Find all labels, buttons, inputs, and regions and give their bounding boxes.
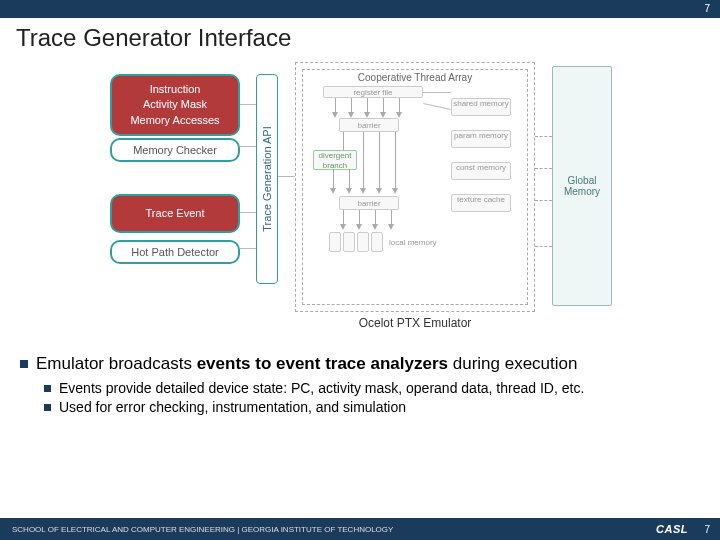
arrow-line bbox=[399, 98, 400, 112]
arrow-line bbox=[395, 132, 396, 188]
dashed-connector bbox=[535, 200, 552, 201]
arrow-line bbox=[335, 98, 336, 112]
texture-cache-box: texture cache bbox=[451, 194, 511, 212]
arrow-down-icon bbox=[392, 188, 398, 194]
page-title: Trace Generator Interface bbox=[0, 18, 720, 56]
connector-line bbox=[240, 248, 256, 249]
bullet-text-bold: events to event trace analyzers bbox=[197, 354, 448, 373]
emulator-frame: Cooperative Thread Array register file b… bbox=[295, 62, 535, 312]
bullet-main-text: Emulator broadcasts events to event trac… bbox=[36, 354, 577, 374]
arrow-down-icon bbox=[376, 188, 382, 194]
arrow-line bbox=[359, 210, 360, 224]
dashed-connector bbox=[535, 136, 552, 137]
arrow-down-icon bbox=[356, 224, 362, 230]
bullet-square-icon bbox=[44, 404, 51, 411]
arrow-line bbox=[383, 98, 384, 112]
global-memory-label: Global Memory bbox=[564, 175, 600, 197]
emulator-label: Ocelot PTX Emulator bbox=[295, 316, 535, 330]
bullet-square-icon bbox=[44, 385, 51, 392]
footer-logo: CASL bbox=[656, 523, 688, 535]
arrow-line bbox=[379, 132, 380, 188]
arrow-line bbox=[333, 170, 334, 188]
diagram-area: Instruction Activity Mask Memory Accesse… bbox=[80, 56, 640, 346]
register-file-box: register file bbox=[323, 86, 423, 98]
api-label: Trace Generation API bbox=[261, 126, 273, 231]
footer-page-number: 7 bbox=[704, 524, 710, 535]
arrow-down-icon bbox=[340, 224, 346, 230]
local-mem-cell bbox=[343, 232, 355, 252]
barrier-box-2: barrier bbox=[339, 196, 399, 210]
bullet-text-post: during execution bbox=[448, 354, 577, 373]
bullet-level2-2: Used for error checking, instrumentation… bbox=[44, 399, 700, 415]
bullet-level1: Emulator broadcasts events to event trac… bbox=[20, 354, 700, 374]
cta-title: Cooperative Thread Array bbox=[303, 72, 527, 83]
arrow-line bbox=[375, 210, 376, 224]
hot-path-detector-box: Hot Path Detector bbox=[110, 240, 240, 264]
barrier-box-1: barrier bbox=[339, 118, 399, 132]
arrow-line bbox=[349, 170, 350, 188]
local-mem-cell bbox=[329, 232, 341, 252]
arrow-line bbox=[351, 98, 352, 112]
dashed-connector bbox=[535, 246, 552, 247]
arrow-line bbox=[343, 210, 344, 224]
const-memory-box: const memory bbox=[451, 162, 511, 180]
arrow-line bbox=[367, 98, 368, 112]
connector-line bbox=[240, 212, 256, 213]
shared-memory-box: shared memory bbox=[451, 98, 511, 116]
divergent-branch-box: divergent branch bbox=[313, 150, 357, 170]
connector-line bbox=[423, 92, 451, 93]
bullet-square-icon bbox=[20, 360, 28, 368]
top-bar: 7 bbox=[0, 0, 720, 18]
bullet-text-pre: Emulator broadcasts bbox=[36, 354, 197, 373]
memory-checker-box: Memory Checker bbox=[110, 138, 240, 162]
footer-text: SCHOOL OF ELECTRICAL AND COMPUTER ENGINE… bbox=[12, 525, 393, 534]
arrow-down-icon bbox=[346, 188, 352, 194]
arrow-down-icon bbox=[332, 112, 338, 118]
footer-bar: SCHOOL OF ELECTRICAL AND COMPUTER ENGINE… bbox=[0, 518, 720, 540]
bullet-level2-1: Events provide detailed device state: PC… bbox=[44, 380, 700, 396]
top-page-number: 7 bbox=[704, 3, 710, 14]
dashed-connector bbox=[535, 168, 552, 169]
trace-generation-api-bar: Trace Generation API bbox=[256, 74, 278, 284]
instruction-box: Instruction Activity Mask Memory Accesse… bbox=[110, 74, 240, 136]
bullet-list: Emulator broadcasts events to event trac… bbox=[20, 354, 700, 418]
instruction-box-text: Instruction Activity Mask Memory Accesse… bbox=[130, 83, 219, 126]
param-memory-box: param memory bbox=[451, 130, 511, 148]
trace-event-box: Trace Event bbox=[110, 194, 240, 233]
arrow-line bbox=[343, 132, 344, 150]
arrow-down-icon bbox=[330, 188, 336, 194]
arrow-down-icon bbox=[372, 224, 378, 230]
arrow-line bbox=[363, 132, 364, 188]
arrow-down-icon bbox=[388, 224, 394, 230]
connector-line bbox=[423, 103, 451, 110]
local-memory-label: local memory bbox=[389, 238, 437, 247]
bullet-sub1-text: Events provide detailed device state: PC… bbox=[59, 380, 584, 396]
connector-line bbox=[278, 176, 295, 177]
local-mem-cell bbox=[357, 232, 369, 252]
cta-frame: Cooperative Thread Array register file b… bbox=[302, 69, 528, 305]
bullet-sub2-text: Used for error checking, instrumentation… bbox=[59, 399, 406, 415]
arrow-line bbox=[391, 210, 392, 224]
connector-line bbox=[240, 104, 256, 105]
local-mem-cell bbox=[371, 232, 383, 252]
arrow-down-icon bbox=[360, 188, 366, 194]
global-memory-box: Global Memory bbox=[552, 66, 612, 306]
connector-line bbox=[240, 146, 256, 147]
